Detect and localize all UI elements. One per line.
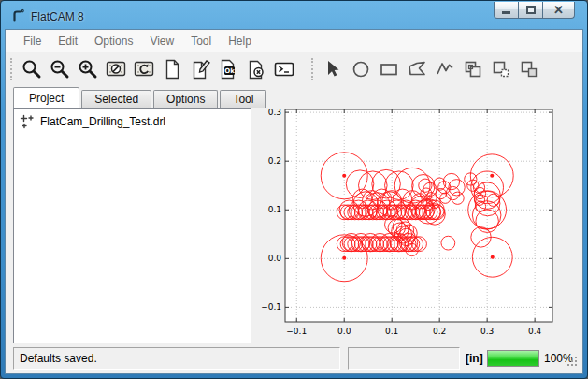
status-bar: Defaults saved. [in] 100% [6, 343, 582, 373]
y-tick-label: 0.2 [268, 156, 281, 166]
tree-item[interactable]: FlatCam_Drilling_Test.drl [16, 112, 249, 131]
draw-circle-button[interactable] [347, 56, 375, 82]
draw-path-button[interactable] [431, 56, 459, 82]
subtract-icon [490, 58, 512, 80]
window-title: FlatCAM 8 [31, 10, 84, 23]
drill-center-dot [342, 256, 346, 260]
x-tick-label: 0.3 [480, 327, 494, 336]
draw-path-icon [434, 58, 456, 80]
tab-selected[interactable]: Selected [81, 90, 151, 108]
close-icon: ✕ [553, 4, 564, 16]
clear-plot-icon [105, 58, 127, 80]
shell-button[interactable] [270, 56, 298, 82]
menu-file[interactable]: File [15, 31, 50, 51]
zoom-in-icon [77, 58, 99, 80]
toolbar-grip[interactable] [10, 58, 13, 80]
delete-object-button[interactable] [242, 56, 270, 82]
subtract-button[interactable] [487, 56, 515, 82]
y-tick-label: 0.3 [268, 108, 281, 117]
drill-object-icon [20, 114, 35, 129]
zoom-out-icon [49, 58, 71, 80]
drill-center-dot [491, 255, 495, 259]
x-tick-label: −0.1 [286, 327, 307, 336]
menu-bar: FileEditOptionsViewToolHelp [6, 30, 582, 52]
draw-rectangle-button[interactable] [375, 56, 403, 82]
save-project-icon: Ok [217, 58, 239, 80]
menu-view[interactable]: View [141, 31, 182, 51]
draw-circle-icon [350, 58, 372, 80]
shell-icon [273, 58, 295, 80]
draw-polygon-icon [406, 58, 428, 80]
status-message-panel: Defaults saved. [13, 347, 340, 370]
draw-polygon-button[interactable] [403, 56, 431, 82]
y-tick-label: 0.0 [268, 254, 282, 263]
open-project-icon [189, 58, 211, 80]
open-project-button[interactable] [186, 56, 214, 82]
toolbar-grip-2[interactable] [311, 58, 314, 80]
zoom-fit-button[interactable] [18, 56, 46, 82]
new-project-icon [161, 58, 183, 80]
union-icon [462, 58, 484, 80]
status-message: Defaults saved. [20, 352, 97, 365]
draw-rectangle-icon [378, 58, 400, 80]
cut-icon [518, 58, 540, 80]
replot-button[interactable] [130, 56, 158, 82]
client-area: FileEditOptionsViewToolHelp [5, 29, 583, 374]
plot-area[interactable]: −0.10.00.10.20.30.4−0.10.00.10.20.3 [251, 102, 586, 347]
project-tree[interactable]: FlatCam_Drilling_Test.drl [13, 108, 251, 343]
tree-item-label: FlatCam_Drilling_Test.drl [40, 115, 165, 128]
y-tick-label: 0.1 [268, 205, 281, 214]
select-arrow-button[interactable] [319, 56, 347, 82]
menu-tool[interactable]: Tool [182, 31, 220, 51]
tab-options[interactable]: Options [153, 90, 218, 108]
maximize-button[interactable] [518, 2, 543, 19]
save-project-button[interactable]: Ok [214, 56, 242, 82]
menu-edit[interactable]: Edit [50, 31, 86, 51]
x-tick-label: 0.1 [385, 327, 398, 336]
replot-icon [133, 58, 155, 80]
menu-help[interactable]: Help [220, 31, 260, 51]
delete-object-icon [245, 58, 267, 80]
close-button[interactable]: ✕ [542, 2, 575, 19]
select-arrow-icon [322, 58, 344, 80]
minimize-icon [502, 11, 510, 14]
tab-project[interactable]: Project [13, 87, 79, 108]
progress-bar-fill [488, 351, 538, 366]
zoom-fit-icon [21, 58, 43, 80]
zoom-out-button[interactable] [46, 56, 74, 82]
zoom-in-button[interactable] [74, 56, 102, 82]
y-tick-label: −0.1 [261, 302, 281, 312]
minimize-button[interactable] [494, 2, 519, 19]
units-indicator: [in] [466, 347, 483, 370]
flatcam-logo-icon [10, 7, 25, 25]
union-button[interactable] [459, 56, 487, 82]
progress-bar [487, 350, 539, 367]
menu-options[interactable]: Options [86, 31, 141, 51]
maximize-icon [526, 6, 536, 14]
clear-plot-button[interactable] [102, 56, 130, 82]
title-bar[interactable]: FlatCAM 8 ✕ [2, 2, 586, 29]
main-toolbar: Ok [6, 52, 582, 85]
svg-text:Ok: Ok [224, 67, 235, 75]
x-tick-label: 0.0 [337, 327, 351, 336]
drill-center-dot [490, 174, 494, 178]
cut-button[interactable] [515, 56, 543, 82]
app-window: FlatCAM 8 ✕ FileEditOptionsViewToolHelp [0, 0, 588, 379]
x-tick-label: 0.2 [433, 327, 446, 336]
new-project-button[interactable] [158, 56, 186, 82]
x-tick-label: 0.4 [528, 327, 542, 336]
drill-center-dot [342, 174, 346, 178]
status-secondary-panel [348, 347, 460, 370]
drill-plot-canvas[interactable]: −0.10.00.10.20.30.4−0.10.00.10.20.3 [251, 102, 586, 347]
left-panel-tabs: ProjectSelectedOptionsTool [13, 87, 268, 108]
resize-grip-icon[interactable] [566, 356, 579, 371]
